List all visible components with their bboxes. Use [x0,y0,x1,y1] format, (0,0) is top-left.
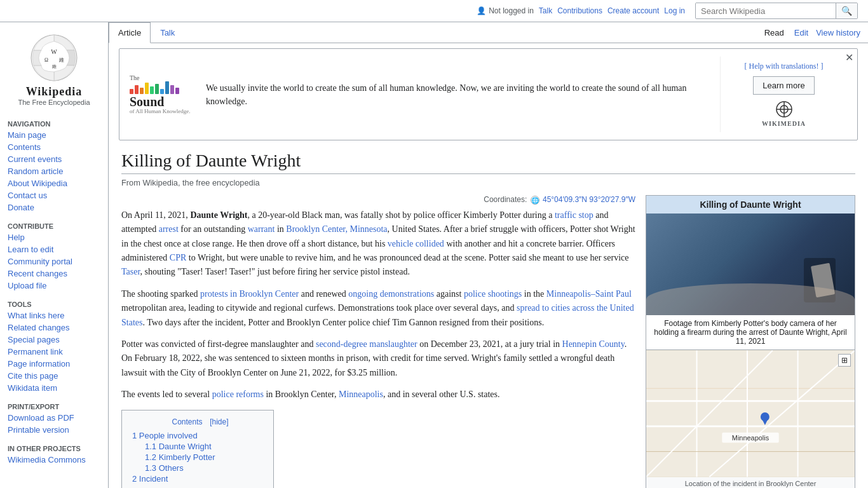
sidebar-item-wikimedia-commons[interactable]: Wikimedia Commons [0,454,108,466]
banner-sound-text: Sound [130,95,165,108]
sidebar-item-random-article[interactable]: Random article [0,165,108,177]
toc-item-2: 2 Incident [132,473,263,484]
other-projects-heading: In other projects [0,441,108,454]
search-form: 🔍 [695,3,858,19]
spread-cities-link[interactable]: spread to cities across the United State… [121,303,634,327]
sidebar-item-recent-changes[interactable]: Recent changes [0,268,108,280]
article-paragraph-2: The shooting sparked protests in Brookly… [121,287,635,330]
help-translations-link[interactable]: [ Help with translations! ] [726,62,842,71]
tab-talk[interactable]: Talk [151,22,184,43]
coordinates-label: Coordinates: [484,195,527,204]
infobox-image [646,214,855,315]
toc-item-1-2: 1.2 Kimberly Potter [145,452,263,463]
tab-read[interactable]: Read [762,23,787,43]
banner-the-text: The [130,74,140,81]
sidebar-item-help[interactable]: Help [0,231,108,243]
sidebar-item-wikidata-item[interactable]: Wikidata item [0,382,108,394]
search-input[interactable] [696,3,836,18]
other-projects-section: In other projects Wikimedia Commons [0,441,108,466]
toc-item-1-1: 1.1 Daunte Wright [145,441,263,452]
globe-icon: 🌐 [531,196,539,205]
sidebar-item-what-links-here[interactable]: What links here [0,309,108,322]
police-shootings-link[interactable]: police shootings [464,289,522,299]
sidebar-item-community-portal[interactable]: Community portal [0,255,108,268]
wikimedia-logo: WIKIMEDIA [726,100,842,127]
vehicle-collided-link[interactable]: vehicle collided [388,239,444,248]
top-bar: 👤 Not logged in Talk Contributions Creat… [0,0,868,22]
svg-rect-9 [646,351,855,477]
toc-item-1-3: 1.3 Others [145,463,263,473]
sidebar-item-current-events[interactable]: Current events [0,153,108,165]
ongoing-demonstrations-link[interactable]: ongoing demonstrations [348,289,434,299]
print-heading: Print/export [0,399,108,412]
contribute-section: Contribute Help Learn to edit Community … [0,219,108,292]
minneapolis-link[interactable]: Minneapolis [339,390,383,399]
sidebar-item-download-pdf[interactable]: Download as PDF [0,412,108,424]
main-content: Killing of Daunte Wright From Wikipedia,… [109,146,868,488]
minneapolis-saint-paul-link[interactable]: Minneapolis–Saint Paul [546,289,632,299]
svg-text:Minneapolis: Minneapolis [732,434,770,442]
sidebar-item-page-information[interactable]: Page information [0,358,108,370]
toc-link-1-2[interactable]: 1.2 Kimberly Potter [145,452,215,462]
talk-link[interactable]: Talk [539,6,552,15]
toc-sub-items: 1.1 Daunte Wright 1.2 Kimberly Potter 1.… [132,441,263,473]
toc-item-1: 1 People involved [132,430,263,441]
taser-link[interactable]: Taser [121,267,140,276]
toc-link-1[interactable]: 1 People involved [132,431,198,440]
contributions-link[interactable]: Contributions [557,6,602,15]
sidebar-item-special-pages[interactable]: Special pages [0,334,108,346]
coordinates-value[interactable]: 45°04′09.3″N 93°20′27.9″W [543,195,635,204]
toc-link-2[interactable]: 2 Incident [132,474,168,484]
sound-bars [130,81,179,94]
infobox-map-caption: Location of the incident in Brooklyn Cen… [646,477,855,488]
infobox-map: Minneapolis ⊞ [646,350,855,477]
protests-link[interactable]: protests in Brooklyn Center [200,289,299,299]
warrant-link[interactable]: warrant [248,224,275,234]
tab-article[interactable]: Article [109,22,151,43]
sidebar-item-related-changes[interactable]: Related changes [0,322,108,334]
sidebar-item-donate[interactable]: Donate [0,201,108,214]
tab-view-history[interactable]: View history [816,28,860,37]
sidebar-item-main-page[interactable]: Main page [0,129,108,141]
sidebar-item-cite-this-page[interactable]: Cite this page [0,370,108,382]
svg-text:W: W [51,48,57,55]
wiki-title: Wikipedia [8,85,100,98]
map-expand-button[interactable]: ⊞ [838,354,851,367]
toc-link-1-3[interactable]: 1.3 Others [145,463,184,473]
sidebar-item-contents[interactable]: Contents [0,141,108,153]
tab-edit[interactable]: Edit [794,28,808,37]
toc-link-1-1[interactable]: 1.1 Daunte Wright [145,442,212,451]
sidebar-item-printable-version[interactable]: Printable version [0,424,108,436]
second-degree-manslaughter-link[interactable]: second-degree manslaughter [316,339,417,349]
sidebar-item-learn-to-edit[interactable]: Learn to edit [0,243,108,255]
sidebar-item-upload-file[interactable]: Upload file [0,280,108,292]
create-account-link[interactable]: Create account [607,6,659,15]
page-title: Killing of Daunte Wright [121,151,855,174]
tools-heading: Tools [0,297,108,309]
user-icon: 👤 [477,6,486,15]
cpr-link[interactable]: CPR [170,253,186,262]
police-reforms-link[interactable]: police reforms [212,390,264,399]
sidebar-item-permanent-link[interactable]: Permanent link [0,346,108,358]
article-paragraph-1: On April 11, 2021, Daunte Wright, a 20-y… [121,208,635,280]
toc-hide-button[interactable]: [hide] [210,417,228,426]
arrest-link[interactable]: arrest [159,224,179,234]
log-in-link[interactable]: Log in [664,6,685,15]
traffic-stop-link[interactable]: traffic stop [555,210,593,220]
banner-close-button[interactable]: ✕ [845,53,853,63]
print-section: Print/export Download as PDF Printable v… [0,399,108,436]
svg-text:Ω: Ω [44,57,48,63]
hennepin-county-link[interactable]: Hennepin County [562,339,625,349]
search-button[interactable]: 🔍 [836,3,857,18]
navigation-heading: Navigation [0,116,108,129]
sidebar-item-about-wikipedia[interactable]: About Wikipedia [0,177,108,189]
brooklyn-center-link[interactable]: Brooklyn Center, Minnesota [286,224,387,234]
content-area: Article Talk Read Edit View history The [108,22,868,488]
coordinates-bar: Coordinates: 🌐 45°04′09.3″N 93°20′27.9″W [121,195,635,205]
wikipedia-logo: W Ω 維 維 [29,32,79,83]
tab-bar: Article Talk Read Edit View history [109,22,868,43]
banner: The Sound of All Human Knowl [119,48,858,140]
not-logged-in-text: Not logged in [489,6,534,15]
sidebar-item-contact-us[interactable]: Contact us [0,189,108,201]
learn-more-button[interactable]: Learn more [753,76,814,95]
